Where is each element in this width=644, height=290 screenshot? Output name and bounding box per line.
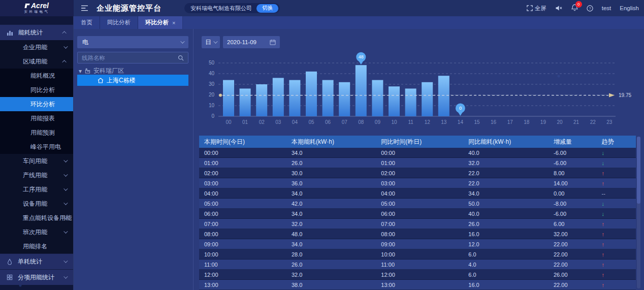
sidebar-item-班次用能[interactable]: 班次用能 — [0, 225, 73, 239]
sidebar-item-产线用能[interactable]: 产线用能 — [0, 168, 73, 182]
help-button[interactable]: ? — [587, 5, 593, 12]
chevron-down-icon — [180, 39, 184, 43]
filter-panel: 电 ▾ 安科瑞厂区 上海C栋楼 — [74, 29, 194, 290]
sidebar-item-用能报表[interactable]: 用能报表 — [0, 111, 73, 125]
sidebar-item-区域用能[interactable]: 区域用能 — [0, 54, 73, 69]
table-cell: 38.0 — [286, 282, 376, 288]
energy-bar-chart[interactable]: 0102030405000010203040506070809101112131… — [198, 49, 640, 131]
sidebar-item-企业用能[interactable]: 企业用能 — [0, 40, 73, 54]
sidebar-item-label: 用能报表 — [30, 114, 55, 123]
mute-button[interactable] — [555, 5, 563, 11]
sidebar-item-用能预测[interactable]: 用能预测 — [0, 125, 73, 140]
table-row: 05:0042.005:0050.0-8.00↓ — [199, 199, 636, 209]
user-menu[interactable]: test — [602, 5, 611, 11]
table-cell: 01:00 — [199, 160, 286, 166]
table-row: 10:0028.010:006.022.00↑ — [199, 249, 636, 260]
tree-node-root[interactable]: ▾ 安科瑞厂区 — [79, 67, 124, 75]
date-picker[interactable]: 2020-11-09 — [223, 36, 280, 48]
svg-text:20: 20 — [209, 92, 215, 98]
sidebar-item-label: 工序用能 — [23, 185, 47, 194]
table-cell: 26.0 — [286, 262, 376, 268]
trend-cell: ↓ — [597, 201, 636, 207]
tab-同比分析[interactable]: 同比分析 — [100, 16, 138, 29]
trend-cell: ↑ — [597, 180, 636, 186]
trend-cell: ↑ — [597, 221, 636, 227]
menu-fold-icon[interactable] — [81, 5, 88, 11]
table-cell: 09:00 — [199, 241, 286, 247]
tab-环比分析[interactable]: 环比分析× — [138, 16, 183, 29]
language-switcher[interactable]: English — [620, 5, 639, 11]
table-cell: 36.0 — [286, 180, 376, 186]
svg-text:19: 19 — [540, 119, 546, 125]
trend-cell: ↑ — [597, 282, 636, 288]
tab-label: 同比分析 — [107, 19, 131, 26]
table-cell: 40.0 — [463, 150, 549, 156]
sidebar-item-label: 单耗统计 — [18, 257, 42, 266]
trend-cell: ↑ — [597, 262, 636, 268]
table-cell: 14.00 — [549, 180, 597, 186]
trend-cell: ↑ — [597, 272, 636, 278]
switch-company-button[interactable]: 切换 — [256, 4, 278, 13]
table-cell: 22.00 — [549, 262, 597, 268]
search-icon[interactable] — [178, 55, 184, 61]
svg-text:09: 09 — [375, 119, 381, 125]
table-cell: 34.0 — [286, 241, 376, 247]
table-row: 04:0034.004:0034.00.00-- — [199, 188, 636, 199]
sidebar-item-同比分析[interactable]: 同比分析 — [0, 83, 73, 97]
sidebar-item-峰谷平用电[interactable]: 峰谷平用电 — [0, 140, 73, 154]
sidebar-item-label: 产线用能 — [23, 171, 47, 180]
search-input[interactable] — [82, 55, 178, 61]
svg-text:30: 30 — [209, 81, 215, 87]
tree-caret-icon[interactable]: ▾ — [79, 68, 82, 75]
table-cell: 13:00 — [199, 282, 286, 288]
chevron-down-icon — [63, 259, 68, 263]
table-cell: 48.0 — [286, 231, 376, 237]
table-cell: 26.0 — [463, 221, 549, 227]
column-header: 增减量 — [549, 138, 597, 146]
table-cell: 34.0 — [463, 190, 549, 197]
svg-text:0: 0 — [459, 106, 462, 111]
table-cell: 12:00 — [199, 272, 286, 278]
sidebar-item-label: 车间用能 — [23, 157, 47, 166]
table-row: 13:0038.013:0016.022.00↑ — [199, 280, 636, 290]
energy-type-select[interactable]: 电 — [77, 36, 188, 48]
home-icon — [98, 78, 104, 83]
scrollbar-thumb[interactable] — [637, 137, 640, 204]
sidebar-item-能耗概况[interactable]: 能耗概况 — [0, 69, 73, 83]
svg-text:40: 40 — [209, 71, 215, 76]
notifications-button[interactable]: 0 — [571, 4, 578, 12]
sidebar-item-车间用能[interactable]: 车间用能 — [0, 154, 73, 168]
table-cell: -6.00 — [549, 211, 597, 217]
sidebar-item-设备用能[interactable]: 设备用能 — [0, 197, 73, 211]
trend-cell: ↑ — [597, 170, 636, 176]
fullscreen-button[interactable]: 全屏 — [527, 5, 546, 12]
table-cell: 32.0 — [286, 221, 376, 227]
main-panel: 日 2020-11-09 010203040500001020304050607… — [194, 29, 644, 290]
brand-subtitle: 安科瑞电气 — [24, 10, 50, 14]
tree-node-building[interactable]: 上海C栋楼 — [77, 75, 188, 86]
svg-text:?: ? — [589, 6, 591, 11]
close-icon[interactable]: × — [172, 20, 175, 26]
table-cell: -6.00 — [549, 150, 597, 156]
sidebar-item-重点能耗设备用能[interactable]: 重点能耗设备用能 — [0, 211, 73, 225]
tree-root-label[interactable]: 安科瑞厂区 — [93, 67, 124, 75]
period-select[interactable]: 日 — [202, 36, 220, 48]
sidebar-item-工序用能[interactable]: 工序用能 — [0, 182, 73, 197]
sidebar-item-label: 能耗概况 — [30, 72, 55, 80]
notification-badge: 0 — [575, 1, 582, 8]
logo: Acrel 安科瑞电气 — [0, 0, 74, 16]
table-cell: 06:00 — [199, 211, 286, 217]
sidebar-item-分项用能统计[interactable]: 分项用能统计 — [0, 269, 73, 285]
tab-首页[interactable]: 首页 — [74, 16, 100, 29]
bar-chart-icon — [7, 29, 13, 36]
table-cell: 50.0 — [463, 201, 549, 207]
chevron-up-icon — [62, 60, 66, 64]
question-circle-icon: ? — [587, 5, 593, 12]
sidebar-item-环比分析[interactable]: 环比分析 — [0, 97, 73, 111]
sidebar-item-单耗统计[interactable]: 单耗统计 — [0, 253, 73, 269]
table-cell: 32.0 — [286, 272, 376, 278]
sidebar-item-能耗统计[interactable]: 能耗统计 — [0, 24, 73, 40]
svg-text:11: 11 — [408, 119, 413, 125]
table-cell: 01:00 — [376, 160, 463, 166]
sidebar-item-用能排名[interactable]: 用能排名 — [0, 239, 73, 253]
